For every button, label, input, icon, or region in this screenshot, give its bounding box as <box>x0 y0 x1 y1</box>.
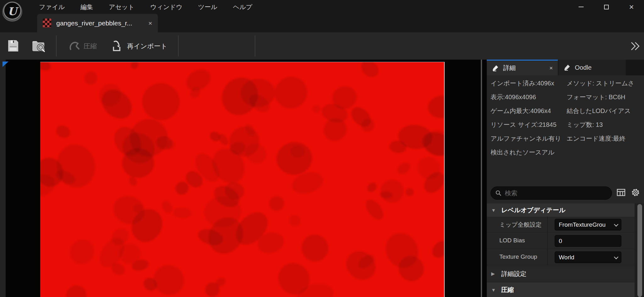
menu-window[interactable]: ウィンドウ <box>150 3 182 11</box>
info-combined-lod-bias: 結合したLODバイアス <box>567 107 644 116</box>
texture-image <box>40 62 445 297</box>
info-alpha-channel: アルファチャンネル有り <box>491 134 567 143</box>
menu-asset[interactable]: アセット <box>109 3 135 11</box>
mip-gen-settings-value: FromTextureGrou <box>559 221 612 228</box>
pencil-icon <box>564 64 571 71</box>
section-title: 圧縮 <box>501 286 514 294</box>
panel-scrollbar-thumb[interactable] <box>637 204 642 297</box>
dock-target-marker <box>3 62 8 67</box>
asset-tab[interactable]: ganges_river_pebbles_r... × <box>37 14 158 32</box>
reimport-icon <box>111 39 125 53</box>
info-displayed: 表示:4096x4096 <box>491 93 567 102</box>
settings-gear-icon[interactable] <box>631 188 640 197</box>
viewport-scrollbar[interactable] <box>481 60 482 297</box>
section-compression[interactable]: ▼ 圧縮 <box>487 283 635 297</box>
minimize-button[interactable] <box>569 0 594 14</box>
lod-bias-field[interactable] <box>559 238 617 245</box>
info-encode-speed: エンコード速度:最終 <box>567 134 644 143</box>
texture-group-dropdown[interactable]: World <box>555 251 621 263</box>
section-title: レベルオブディテール <box>501 206 565 214</box>
unreal-logo-icon: U <box>2 2 22 22</box>
lod-bias-label: LOD Bias <box>499 237 525 244</box>
menu-edit[interactable]: 編集 <box>80 3 93 11</box>
info-mip-count: ミップ数: 13 <box>567 121 644 129</box>
search-icon <box>495 190 502 197</box>
reimport-button[interactable]: 再インポート <box>127 42 167 51</box>
section-advanced-settings[interactable]: ▶ 詳細設定 <box>487 267 635 281</box>
menu-file[interactable]: ファイル <box>39 3 65 11</box>
maximize-button[interactable] <box>594 0 619 14</box>
tab-oodle[interactable]: Oodle <box>558 60 626 75</box>
menu-help[interactable]: ヘルプ <box>233 3 252 11</box>
lod-bias-input[interactable] <box>555 235 621 247</box>
toolbar: 圧縮 再インポート R G B A ミップ レベル + − 露出バイアス 0 <box>0 32 644 60</box>
minimize-icon <box>579 7 584 7</box>
info-format: フォーマット: BC6H <box>567 93 644 102</box>
property-row-lod-bias: LOD Bias <box>487 233 635 249</box>
close-icon: × <box>629 3 634 11</box>
row-divider <box>547 249 548 265</box>
tab-close-icon[interactable]: × <box>148 19 152 27</box>
toolbar-separator <box>56 35 57 57</box>
browse-to-asset-button[interactable] <box>31 39 46 53</box>
tab-details[interactable]: 詳細 × <box>487 60 558 75</box>
toolbar-separator <box>255 35 255 57</box>
property-row-texture-group: Texture Group World <box>487 249 635 265</box>
close-button[interactable]: × <box>619 0 644 14</box>
tab-details-label: 詳細 <box>503 64 546 72</box>
info-max-ingame: ゲーム内最大:4096x4 <box>491 107 567 116</box>
window-controls: × <box>569 0 644 14</box>
info-imported: インポート済み:4096x <box>491 79 567 88</box>
title-bar: U ファイル 編集 アセット ウィンドウ ツール ヘルプ × <box>0 0 644 14</box>
info-resource-size: リソース サイズ:21845 <box>491 121 567 129</box>
info-detected-source: 検出されたソースアル <box>491 148 567 157</box>
texture-asset-icon <box>43 19 51 28</box>
row-divider <box>547 217 548 232</box>
asset-tab-title: ganges_river_pebbles_r... <box>56 19 143 27</box>
mip-gen-settings-label: ミップ全般設定 <box>499 221 541 229</box>
details-panel: 詳細 × Oodle インポート済み:4096x 表示:4096x4096 ゲー… <box>487 60 644 297</box>
triangle-right-icon: ▶ <box>491 271 496 277</box>
maximize-icon <box>604 5 609 9</box>
section-level-of-detail[interactable]: ▼ レベルオブディテール <box>487 203 635 217</box>
pencil-icon <box>492 64 499 72</box>
details-panel-tab-strip: 詳細 × Oodle <box>487 60 644 75</box>
section-title: 詳細設定 <box>501 270 526 278</box>
search-input[interactable] <box>505 190 607 197</box>
toolbar-overflow-button[interactable] <box>630 41 641 51</box>
tab-details-close-icon[interactable]: × <box>549 65 553 72</box>
menu-bar: ファイル 編集 アセット ウィンドウ ツール ヘルプ <box>39 0 252 14</box>
mip-gen-settings-dropdown[interactable]: FromTextureGrou <box>555 219 621 230</box>
chevron-down-icon <box>614 222 618 226</box>
toolbar-separator <box>178 35 179 57</box>
document-tab-strip: ganges_river_pebbles_r... × <box>0 14 644 32</box>
triangle-down-icon: ▼ <box>491 208 496 213</box>
tab-oodle-label: Oodle <box>575 64 621 71</box>
compress-icon <box>69 40 81 52</box>
viewport-left-rail <box>0 60 6 297</box>
row-divider <box>547 233 548 249</box>
texture-group-label: Texture Group <box>499 253 537 260</box>
menu-tools[interactable]: ツール <box>198 3 217 11</box>
save-button[interactable] <box>7 39 19 52</box>
property-row-mip-gen-settings: ミップ全般設定 FromTextureGrou <box>487 217 635 233</box>
texture-group-value: World <box>559 254 612 261</box>
display-filter-icon[interactable] <box>616 188 626 197</box>
chevron-down-icon <box>614 255 618 259</box>
search-box[interactable] <box>491 186 612 200</box>
compress-button[interactable]: 圧縮 <box>84 42 97 51</box>
triangle-down-icon: ▼ <box>491 287 496 293</box>
info-method: メソッド: ストリームさ <box>567 79 644 88</box>
